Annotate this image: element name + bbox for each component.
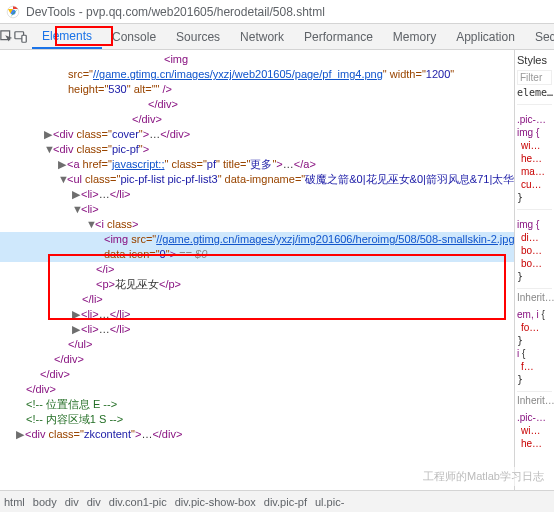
expand-icon[interactable]: ▶	[16, 427, 25, 442]
collapse-icon[interactable]: ▼	[72, 202, 81, 217]
window-title: DevTools - pvp.qq.com/web201605/herodeta…	[26, 5, 325, 19]
styles-panel[interactable]: Styles Filter eleme… .pic-… img { wi… he…	[514, 50, 554, 490]
collapse-icon[interactable]: ▼	[44, 142, 53, 157]
chrome-icon	[6, 5, 20, 19]
filter-input[interactable]: Filter	[517, 70, 552, 85]
tab-security[interactable]: Security	[525, 24, 554, 49]
tab-elements[interactable]: Elements	[32, 24, 102, 49]
tab-performance[interactable]: Performance	[294, 24, 383, 49]
styles-header: Styles	[517, 54, 552, 66]
watermark: 工程师的Matlab学习日志	[419, 467, 548, 486]
tab-application[interactable]: Application	[446, 24, 525, 49]
tab-network[interactable]: Network	[230, 24, 294, 49]
breadcrumb[interactable]: htmlbodydivdivdiv.con1-picdiv.pic-show-b…	[0, 490, 554, 512]
expand-icon[interactable]: ▶	[72, 322, 81, 337]
collapse-icon[interactable]: ▼	[86, 217, 95, 232]
svg-rect-4	[22, 35, 26, 42]
dom-tree[interactable]: <img src="//game.gtimg.cn/images/yxzj/we…	[0, 50, 514, 490]
expand-icon[interactable]: ▶	[44, 127, 53, 142]
device-toggle-icon[interactable]	[14, 24, 28, 50]
tab-console[interactable]: Console	[102, 24, 166, 49]
expand-icon[interactable]: ▶	[58, 157, 67, 172]
expand-icon[interactable]: ▶	[72, 307, 81, 322]
tab-memory[interactable]: Memory	[383, 24, 446, 49]
expand-icon[interactable]: ▶	[72, 187, 81, 202]
tab-sources[interactable]: Sources	[166, 24, 230, 49]
inspect-icon[interactable]	[0, 24, 14, 50]
collapse-icon[interactable]: ▼	[58, 172, 67, 187]
